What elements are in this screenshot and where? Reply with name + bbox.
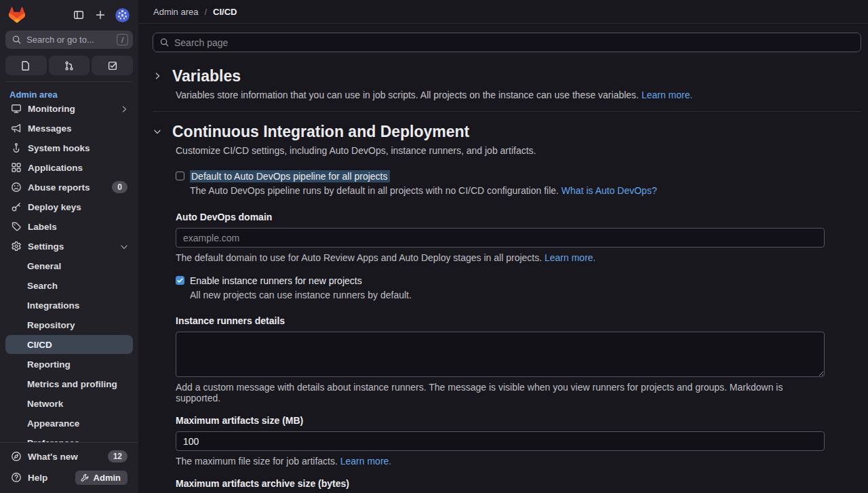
labels-icon bbox=[11, 221, 22, 232]
sidebar-footer: What's new 12 Help Admin bbox=[0, 442, 138, 493]
artifacts-learn-more-link[interactable]: Learn more. bbox=[340, 456, 391, 467]
search-icon bbox=[159, 37, 170, 47]
count-badge: 0 bbox=[112, 181, 127, 193]
sidebar-item-label: Monitoring bbox=[28, 104, 75, 114]
breadcrumb-admin-area[interactable]: Admin area bbox=[153, 7, 198, 17]
sidebar-item-appearance[interactable]: Appearance bbox=[5, 414, 133, 433]
instance-runners-help: All new projects can use instance runner… bbox=[190, 290, 825, 300]
instance-runners-checkbox[interactable] bbox=[176, 276, 184, 285]
sidebar-item-deploy-keys[interactable]: Deploy keys bbox=[5, 197, 133, 216]
chevron-right-icon[interactable] bbox=[153, 71, 163, 81]
sidebar-item-label: Abuse reports bbox=[28, 182, 90, 193]
chevron-down-icon bbox=[119, 242, 127, 250]
search-shortcut-key: / bbox=[117, 34, 128, 45]
avatar[interactable] bbox=[115, 8, 130, 22]
question-icon bbox=[11, 472, 22, 483]
sidebar-item-repository[interactable]: Repository bbox=[5, 315, 133, 334]
sidebar-item-label: Metrics and profiling bbox=[27, 379, 117, 389]
chevron-right-icon bbox=[119, 104, 127, 113]
sidebar-item-abuse-reports[interactable]: Abuse reports0 bbox=[5, 178, 133, 197]
shortcut-issues-button[interactable] bbox=[5, 56, 47, 75]
max-archive-label: Maximum artifacts archive size (bytes) bbox=[176, 478, 825, 489]
sidebar-item-label: Applications bbox=[28, 163, 83, 173]
section-title-cicd: Continuous Integration and Deployment bbox=[172, 122, 469, 141]
sidebar-nav: MonitoringMessagesSystem hooksApplicatio… bbox=[0, 104, 138, 442]
instance-runners-group: Enable instance runners for new projects… bbox=[176, 275, 825, 300]
sidebar-item-label: CI/CD bbox=[27, 340, 52, 350]
admin-button-label: Admin bbox=[94, 473, 121, 483]
auto-devops-domain-input[interactable] bbox=[176, 228, 825, 248]
sidebar-item-applications[interactable]: Applications bbox=[5, 158, 133, 177]
domain-learn-more-link[interactable]: Learn more. bbox=[545, 252, 595, 263]
sidebar-item-search[interactable]: Search bbox=[5, 276, 133, 295]
sidebar-item-label: Integrations bbox=[27, 300, 79, 311]
sidebar-item-general[interactable]: General bbox=[5, 256, 133, 275]
auto-devops-checkbox-label[interactable]: Default to Auto DevOps pipeline for all … bbox=[190, 170, 390, 182]
sidebar-item-settings[interactable]: Settings bbox=[5, 237, 133, 256]
sidebar-item-metrics-and-profiling[interactable]: Metrics and profiling bbox=[5, 374, 133, 393]
gitlab-logo[interactable] bbox=[9, 7, 25, 23]
runners-details-group: Instance runners details Add a custom me… bbox=[176, 315, 825, 403]
auto-devops-help: The Auto DevOps pipeline runs by default… bbox=[190, 185, 825, 196]
collapse-sidebar-button[interactable] bbox=[71, 7, 87, 23]
whats-new-label: What's new bbox=[28, 452, 78, 462]
shortcut-merge-requests-button[interactable] bbox=[49, 56, 90, 75]
monitor-icon bbox=[11, 104, 22, 114]
todo-icon bbox=[107, 60, 118, 71]
page-search-input[interactable] bbox=[153, 33, 861, 52]
sidebar-context-title[interactable]: Admin area bbox=[0, 82, 138, 104]
main-area: Admin area / CI/CD Variables Variables s… bbox=[138, 0, 868, 493]
domain-help-text: The default domain to use for Auto Revie… bbox=[176, 252, 542, 263]
settings-content: Variables Variables store information th… bbox=[138, 24, 868, 493]
sidebar-item-label: General bbox=[27, 261, 61, 271]
sidebar-item-messages[interactable]: Messages bbox=[5, 119, 133, 138]
sidebar-item-ci-cd[interactable]: CI/CD bbox=[5, 335, 133, 354]
breadcrumb-separator: / bbox=[204, 7, 207, 17]
applications-icon bbox=[11, 162, 22, 173]
runners-details-textarea[interactable] bbox=[176, 332, 825, 377]
auto-devops-domain-label: Auto DevOps domain bbox=[176, 212, 825, 222]
sidebar-item-label: Repository bbox=[27, 320, 75, 330]
highlighted-text: Default to Auto DevOps pipeline for all … bbox=[190, 170, 390, 182]
section-variables: Variables Variables store information th… bbox=[153, 66, 861, 100]
sidebar-item-help[interactable]: Help Admin bbox=[5, 467, 133, 488]
auto-devops-help-text: The Auto DevOps pipeline runs by default… bbox=[190, 185, 559, 196]
auto-devops-group: Default to Auto DevOps pipeline for all … bbox=[176, 170, 825, 196]
auto-devops-checkbox[interactable] bbox=[176, 172, 184, 180]
auto-devops-domain-group: Auto DevOps domain The default domain to… bbox=[176, 212, 825, 263]
sidebar-item-label: Search bbox=[27, 281, 58, 291]
instance-runners-checkbox-label[interactable]: Enable instance runners for new projects bbox=[190, 275, 362, 287]
wrench-icon bbox=[81, 473, 90, 482]
runners-details-label: Instance runners details bbox=[176, 315, 825, 326]
sidebar-item-reporting[interactable]: Reporting bbox=[5, 355, 133, 374]
admin-mode-button[interactable]: Admin bbox=[75, 471, 127, 485]
sidebar-item-system-hooks[interactable]: System hooks bbox=[5, 138, 133, 157]
what-is-auto-devops-link[interactable]: What is Auto DevOps? bbox=[561, 185, 657, 196]
variables-description-text: Variables store information that you can… bbox=[176, 90, 639, 100]
sidebar-item-integrations[interactable]: Integrations bbox=[5, 296, 133, 315]
abuse-reports-icon bbox=[11, 182, 22, 193]
sidebar-item-label: Deploy keys bbox=[28, 202, 81, 212]
section-description-cicd: Customize CI/CD settings, including Auto… bbox=[176, 145, 861, 156]
whats-new-badge: 12 bbox=[108, 450, 127, 462]
auto-devops-domain-help: The default domain to use for Auto Revie… bbox=[176, 252, 825, 263]
sidebar-item-whats-new[interactable]: What's new 12 bbox=[5, 446, 133, 467]
sidebar-item-network[interactable]: Network bbox=[5, 394, 133, 413]
search-icon bbox=[12, 35, 22, 45]
section-cicd: Continuous Integration and Deployment Cu… bbox=[153, 122, 861, 493]
max-artifacts-group: Maximum artifacts size (MB) The maximum … bbox=[176, 415, 825, 467]
sidebar-item-labels[interactable]: Labels bbox=[5, 217, 133, 236]
megaphone-icon bbox=[11, 123, 22, 134]
max-artifacts-input[interactable] bbox=[176, 431, 825, 451]
super-sidebar: Search or go to... / Admin area Monitori… bbox=[0, 0, 138, 493]
chevron-down-icon[interactable] bbox=[153, 126, 163, 137]
global-search-input[interactable]: Search or go to... / bbox=[5, 31, 133, 49]
key-icon bbox=[11, 201, 22, 212]
create-new-button[interactable] bbox=[92, 7, 108, 23]
sidebar-item-preferences[interactable]: Preferences bbox=[5, 433, 133, 442]
gear-icon bbox=[11, 241, 22, 252]
sidebar-item-monitoring[interactable]: Monitoring bbox=[5, 104, 133, 118]
variables-learn-more-link[interactable]: Learn more. bbox=[642, 90, 692, 100]
help-label: Help bbox=[28, 473, 47, 483]
shortcut-todo-list-button[interactable] bbox=[92, 56, 133, 75]
